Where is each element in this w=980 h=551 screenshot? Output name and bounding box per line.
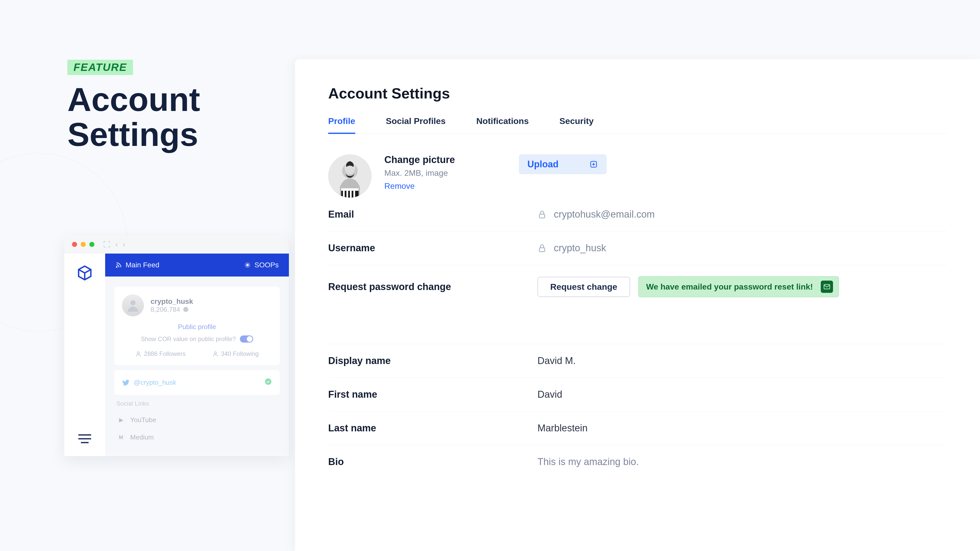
tab-notifications[interactable]: Notifications bbox=[476, 116, 529, 134]
settings-tabs: Profile Social Profiles Notifications Se… bbox=[328, 116, 947, 134]
display-name-value[interactable]: David M. bbox=[538, 355, 576, 366]
first-name-label: First name bbox=[328, 389, 538, 400]
last-name-row: Last name Marblestein bbox=[328, 411, 947, 445]
topnav-soops[interactable]: SOOPs bbox=[244, 261, 279, 269]
svg-rect-19 bbox=[346, 191, 348, 198]
username-value: crypto_husk bbox=[554, 243, 606, 254]
preview-titlebar: ⛶ ‹ › bbox=[64, 235, 289, 254]
display-name-label: Display name bbox=[328, 355, 538, 366]
password-label: Request password change bbox=[328, 281, 538, 292]
app-logo-icon bbox=[76, 265, 93, 282]
topnav-feed[interactable]: Main Feed bbox=[115, 261, 159, 269]
verified-icon bbox=[264, 378, 272, 387]
first-name-value[interactable]: David bbox=[538, 389, 562, 400]
last-name-label: Last name bbox=[328, 423, 538, 433]
password-reset-banner-text: We have emailed your password reset link… bbox=[646, 282, 813, 292]
tab-profile[interactable]: Profile bbox=[328, 116, 355, 134]
svg-point-8 bbox=[130, 300, 135, 305]
profile-avatar bbox=[328, 154, 372, 198]
svg-point-12 bbox=[265, 379, 272, 385]
tab-security[interactable]: Security bbox=[559, 116, 593, 134]
nav-back-icon[interactable]: ‹ bbox=[115, 240, 118, 249]
lock-icon bbox=[538, 244, 547, 253]
upload-button[interactable]: Upload bbox=[519, 154, 607, 174]
hero-title-line1: Account bbox=[67, 82, 200, 117]
feature-badge: FEATURE bbox=[67, 60, 133, 75]
svg-rect-25 bbox=[539, 214, 545, 218]
tab-social-profiles[interactable]: Social Profiles bbox=[386, 116, 445, 134]
youtube-icon: ▶ bbox=[116, 415, 126, 424]
username-row: Username crypto_husk bbox=[328, 231, 947, 265]
preview-social-medium[interactable]: M Medium bbox=[115, 429, 280, 446]
preview-avatar bbox=[122, 294, 144, 316]
upload-button-label: Upload bbox=[528, 159, 558, 170]
svg-point-5 bbox=[116, 267, 117, 267]
preview-showcor-label: Show COR value on public profile? bbox=[141, 335, 236, 343]
preview-following[interactable]: 340 Following bbox=[212, 350, 259, 357]
bio-label: Bio bbox=[328, 456, 538, 467]
change-picture-hint: Max. 2MB, image bbox=[384, 168, 455, 178]
mail-icon bbox=[821, 281, 833, 293]
nav-forward-icon[interactable]: › bbox=[123, 240, 125, 249]
medium-icon: M bbox=[116, 433, 126, 442]
preview-twitter-row[interactable]: @crypto_husk bbox=[122, 378, 272, 387]
preview-social-youtube[interactable]: ▶ YouTube bbox=[115, 411, 280, 429]
svg-rect-17 bbox=[341, 188, 359, 191]
preview-username: crypto_husk bbox=[151, 297, 193, 306]
hamburger-icon[interactable] bbox=[77, 433, 92, 445]
email-label: Email bbox=[328, 209, 538, 220]
preview-sidebar bbox=[64, 254, 105, 456]
password-reset-banner: We have emailed your password reset link… bbox=[638, 276, 839, 297]
topnav-feed-label: Main Feed bbox=[126, 261, 159, 269]
email-value: cryptohusk@email.com bbox=[554, 209, 655, 220]
hero-title-line2: Settings bbox=[67, 117, 200, 152]
svg-point-11 bbox=[215, 352, 216, 354]
last-name-value[interactable]: Marblestein bbox=[538, 423, 587, 433]
expand-icon[interactable]: ⛶ bbox=[103, 240, 110, 249]
svg-rect-18 bbox=[343, 191, 345, 198]
svg-point-9 bbox=[183, 307, 188, 312]
svg-rect-20 bbox=[350, 191, 352, 198]
lock-icon bbox=[538, 210, 547, 219]
hero: FEATURE Account Settings bbox=[67, 60, 200, 152]
topnav-soops-label: SOOPs bbox=[255, 261, 279, 269]
bio-value[interactable]: This is my amazing bio. bbox=[538, 456, 639, 467]
display-name-row: Display name David M. bbox=[328, 344, 947, 378]
preview-cor: 8,206,784 bbox=[151, 306, 193, 313]
first-name-row: First name David bbox=[328, 378, 947, 411]
page-title: Account Settings bbox=[328, 85, 947, 102]
preview-window: ⛶ ‹ › Main Feed SOOPs bbox=[64, 235, 289, 456]
request-change-button[interactable]: Request change bbox=[538, 277, 630, 297]
preview-public-profile-link[interactable]: Public profile bbox=[122, 323, 272, 331]
svg-point-7 bbox=[247, 264, 249, 266]
bio-row: Bio This is my amazing bio. bbox=[328, 445, 947, 478]
preview-social-header: Social Links bbox=[115, 400, 280, 411]
traffic-light-min[interactable] bbox=[81, 242, 86, 247]
upload-icon bbox=[589, 160, 598, 168]
email-row: Email cryptohusk@email.com bbox=[328, 198, 947, 231]
preview-showcor-toggle[interactable] bbox=[240, 335, 253, 343]
svg-point-10 bbox=[137, 352, 139, 354]
traffic-light-close[interactable] bbox=[72, 242, 77, 247]
username-label: Username bbox=[328, 243, 538, 254]
svg-rect-26 bbox=[539, 248, 545, 251]
remove-picture-link[interactable]: Remove bbox=[384, 181, 455, 191]
change-picture-heading: Change picture bbox=[384, 154, 455, 165]
settings-panel: Account Settings Profile Social Profiles… bbox=[295, 59, 980, 551]
change-picture-row: Change picture Max. 2MB, image Remove Up… bbox=[328, 154, 947, 198]
hero-title: Account Settings bbox=[67, 82, 200, 152]
svg-rect-21 bbox=[353, 191, 355, 198]
preview-topnav: Main Feed SOOPs bbox=[105, 254, 289, 276]
preview-followers[interactable]: 2886 Followers bbox=[135, 350, 186, 357]
traffic-light-max[interactable] bbox=[89, 242, 94, 247]
password-row: Request password change Request change W… bbox=[328, 265, 947, 308]
